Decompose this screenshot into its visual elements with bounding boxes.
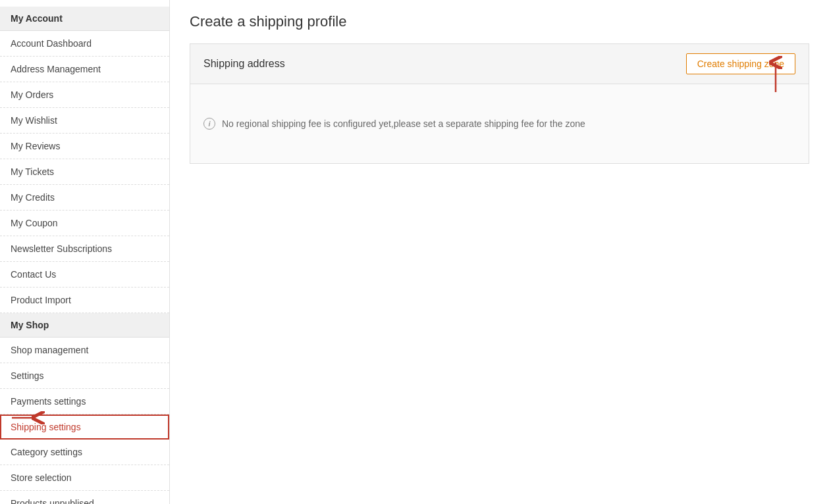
page-title: Create a shipping profile [190, 13, 809, 30]
shipping-section: Shipping address Create shipping zone i … [190, 43, 809, 164]
empty-message: No regional shipping fee is configured y… [222, 118, 585, 129]
sidebar-item-address-management[interactable]: Address Management [0, 57, 169, 82]
info-icon: i [203, 118, 215, 130]
sidebar-item-product-import[interactable]: Product Import [0, 288, 169, 313]
shipping-section-header: Shipping address Create shipping zone [190, 44, 809, 84]
create-shipping-zone-button[interactable]: Create shipping zone [686, 53, 795, 74]
sidebar-item-newsletter-subscriptions[interactable]: Newsletter Subscriptions [0, 236, 169, 262]
sidebar-item-payments-settings[interactable]: Payments settings [0, 389, 169, 415]
sidebar-item-my-reviews[interactable]: My Reviews [0, 134, 169, 159]
shipping-address-label: Shipping address [203, 58, 285, 70]
sidebar-item-shipping-settings[interactable]: Shipping settings [0, 415, 169, 440]
sidebar-item-store-selection[interactable]: Store selection [0, 465, 169, 491]
sidebar-item-products-unpublised[interactable]: Products unpublised [0, 491, 169, 504]
sidebar-item-my-credits[interactable]: My Credits [0, 185, 169, 211]
sidebar: My Account Account Dashboard Address Man… [0, 0, 170, 504]
sidebar-item-my-tickets[interactable]: My Tickets [0, 159, 169, 185]
shop-section-header: My Shop [0, 313, 169, 338]
account-section-header: My Account [0, 7, 169, 31]
sidebar-item-my-coupon[interactable]: My Coupon [0, 211, 169, 236]
sidebar-item-account-dashboard[interactable]: Account Dashboard [0, 31, 169, 57]
sidebar-item-category-settings[interactable]: Category settings [0, 440, 169, 465]
shipping-section-body: i No regional shipping fee is configured… [190, 84, 809, 163]
sidebar-item-my-orders[interactable]: My Orders [0, 82, 169, 108]
sidebar-item-settings[interactable]: Settings [0, 363, 169, 389]
sidebar-item-shop-management[interactable]: Shop management [0, 338, 169, 363]
main-content: Create a shipping profile Shipping addre… [170, 0, 829, 504]
sidebar-item-contact-us[interactable]: Contact Us [0, 262, 169, 288]
sidebar-item-my-wishlist[interactable]: My Wishlist [0, 108, 169, 134]
